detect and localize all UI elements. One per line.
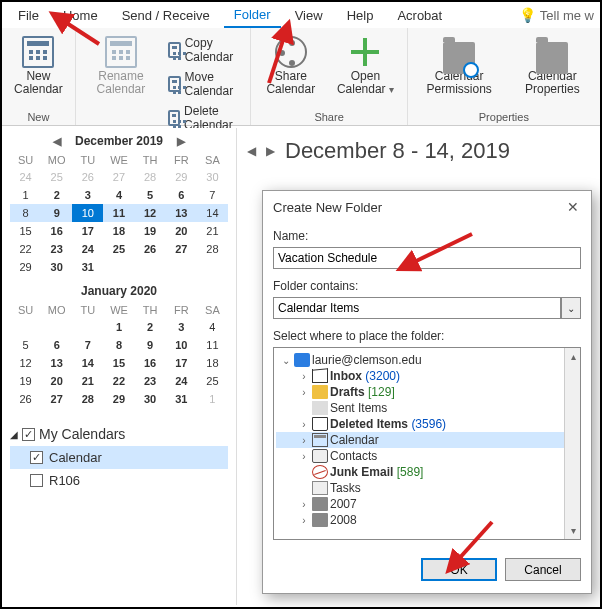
calendar-day[interactable]: 8 <box>103 336 134 354</box>
calendar-day[interactable]: 26 <box>10 390 41 408</box>
calendar-day[interactable]: 21 <box>197 222 228 240</box>
expand-toggle[interactable]: › <box>298 515 310 526</box>
calendar-day[interactable]: 23 <box>41 240 72 258</box>
calendar-day[interactable]: 1 <box>103 318 134 336</box>
calendar-day[interactable]: 9 <box>41 204 72 222</box>
calendar-day[interactable]: 27 <box>41 390 72 408</box>
calendar-grid-2[interactable]: SUMOTUWETHFRSA12345678910111213141516171… <box>10 298 228 408</box>
calendar-day[interactable]: 22 <box>103 372 134 390</box>
dropdown-button[interactable]: ⌄ <box>561 297 581 319</box>
menu-item-acrobat[interactable]: Acrobat <box>387 4 452 27</box>
calendar-day[interactable]: 29 <box>10 258 41 276</box>
calendar-day[interactable]: 29 <box>166 168 197 186</box>
calendar-day[interactable]: 16 <box>135 354 166 372</box>
calendar-day[interactable]: 25 <box>103 240 134 258</box>
calendar-day[interactable]: 7 <box>197 186 228 204</box>
expand-toggle[interactable]: › <box>298 435 310 446</box>
calendar-list-item[interactable]: R106 <box>10 469 228 492</box>
calendar-day[interactable]: 31 <box>166 390 197 408</box>
share-calendar-button[interactable]: Share Calendar <box>255 34 326 98</box>
calendar-day[interactable]: 18 <box>197 354 228 372</box>
expand-toggle[interactable]: › <box>298 499 310 510</box>
calendar-day[interactable]: 30 <box>197 168 228 186</box>
tree-item[interactable]: ›2007 <box>276 496 578 512</box>
calendar-day[interactable]: 1 <box>10 186 41 204</box>
menu-item-view[interactable]: View <box>285 4 333 27</box>
tree-item[interactable]: ›Deleted Items (3596) <box>276 416 578 432</box>
calendar-day[interactable]: 26 <box>72 168 103 186</box>
menu-item-file[interactable]: File <box>8 4 49 27</box>
scroll-down-button[interactable]: ▾ <box>565 522 581 539</box>
calendar-day[interactable]: 28 <box>72 390 103 408</box>
tree-item[interactable]: ›Drafts [129] <box>276 384 578 400</box>
calendar-day[interactable]: 17 <box>72 222 103 240</box>
calendar-day[interactable]: 4 <box>197 318 228 336</box>
prev-month-button[interactable]: ◀ <box>47 135 67 148</box>
expand-toggle[interactable]: ⌄ <box>280 355 292 366</box>
tree-item[interactable]: ›2008 <box>276 512 578 528</box>
calendar-day[interactable]: 8 <box>10 204 41 222</box>
calendar-day[interactable]: 7 <box>72 336 103 354</box>
expand-toggle[interactable]: › <box>298 451 310 462</box>
calendar-day[interactable]: 9 <box>135 336 166 354</box>
calendar-day[interactable]: 10 <box>72 204 103 222</box>
calendar-day[interactable]: 28 <box>197 240 228 258</box>
calendar-list-item[interactable]: ✓Calendar <box>10 446 228 469</box>
scroll-up-button[interactable]: ▴ <box>565 348 581 365</box>
calendar-day[interactable]: 20 <box>41 372 72 390</box>
tree-item[interactable]: ›Inbox (3200) <box>276 368 578 384</box>
ok-button[interactable]: OK <box>421 558 497 581</box>
calendar-day[interactable]: 4 <box>103 186 134 204</box>
menu-item-send-receive[interactable]: Send / Receive <box>112 4 220 27</box>
calendar-day[interactable]: 13 <box>166 204 197 222</box>
folder-tree[interactable]: ▴ ▾ ⌄laurie@clemson.edu›Inbox (3200)›Dra… <box>273 347 581 540</box>
calendar-day[interactable]: 31 <box>72 258 103 276</box>
calendar-day[interactable]: 17 <box>166 354 197 372</box>
calendar-day[interactable]: 3 <box>166 318 197 336</box>
calendar-permissions-button[interactable]: Calendar Permissions <box>412 34 507 98</box>
close-button[interactable]: ✕ <box>565 199 581 215</box>
tell-me[interactable]: 💡 Tell me w <box>519 7 594 23</box>
calendar-day[interactable]: 20 <box>166 222 197 240</box>
expand-toggle[interactable]: › <box>298 419 310 430</box>
calendar-day[interactable]: 30 <box>135 390 166 408</box>
cancel-button[interactable]: Cancel <box>505 558 581 581</box>
calendar-day[interactable]: 28 <box>135 168 166 186</box>
calendar-day[interactable]: 6 <box>166 186 197 204</box>
tree-item[interactable]: ⌄laurie@clemson.edu <box>276 352 578 368</box>
calendar-day[interactable]: 25 <box>197 372 228 390</box>
my-calendars-header[interactable]: ◢ ✓ My Calendars <box>10 422 228 446</box>
folder-contains-select[interactable] <box>273 297 561 319</box>
calendar-day[interactable]: 14 <box>197 204 228 222</box>
calendar-day[interactable]: 2 <box>135 318 166 336</box>
tree-item[interactable]: Junk Email [589] <box>276 464 578 480</box>
prev-week-button[interactable]: ◀ <box>247 144 256 158</box>
expand-toggle[interactable]: › <box>298 387 310 398</box>
move-calendar-button[interactable]: Move Calendar <box>164 68 247 100</box>
calendar-day[interactable]: 10 <box>166 336 197 354</box>
calendar-day[interactable]: 19 <box>135 222 166 240</box>
next-week-button[interactable]: ▶ <box>266 144 275 158</box>
scrollbar[interactable]: ▴ ▾ <box>564 348 581 539</box>
calendar-day[interactable]: 23 <box>135 372 166 390</box>
calendar-day[interactable]: 1 <box>197 390 228 408</box>
calendar-day[interactable]: 22 <box>10 240 41 258</box>
calendar-day[interactable]: 27 <box>103 168 134 186</box>
calendar-day[interactable]: 18 <box>103 222 134 240</box>
name-input[interactable] <box>273 247 581 269</box>
calendar-day[interactable]: 5 <box>135 186 166 204</box>
calendar-day[interactable]: 14 <box>72 354 103 372</box>
next-month-button[interactable]: ▶ <box>171 135 191 148</box>
calendar-day[interactable]: 25 <box>41 168 72 186</box>
tree-item[interactable]: ›Calendar <box>276 432 578 448</box>
calendar-day[interactable]: 3 <box>72 186 103 204</box>
calendar-day[interactable]: 24 <box>72 240 103 258</box>
calendar-day[interactable]: 15 <box>10 222 41 240</box>
calendar-day[interactable]: 21 <box>72 372 103 390</box>
calendar-day[interactable]: 19 <box>10 372 41 390</box>
calendar-grid-1[interactable]: SUMOTUWETHFRSA24252627282930123456789101… <box>10 148 228 276</box>
rename-calendar-button[interactable]: Rename Calendar <box>80 34 162 98</box>
calendar-day[interactable]: 29 <box>103 390 134 408</box>
calendar-day[interactable]: 27 <box>166 240 197 258</box>
tree-item[interactable]: Sent Items <box>276 400 578 416</box>
